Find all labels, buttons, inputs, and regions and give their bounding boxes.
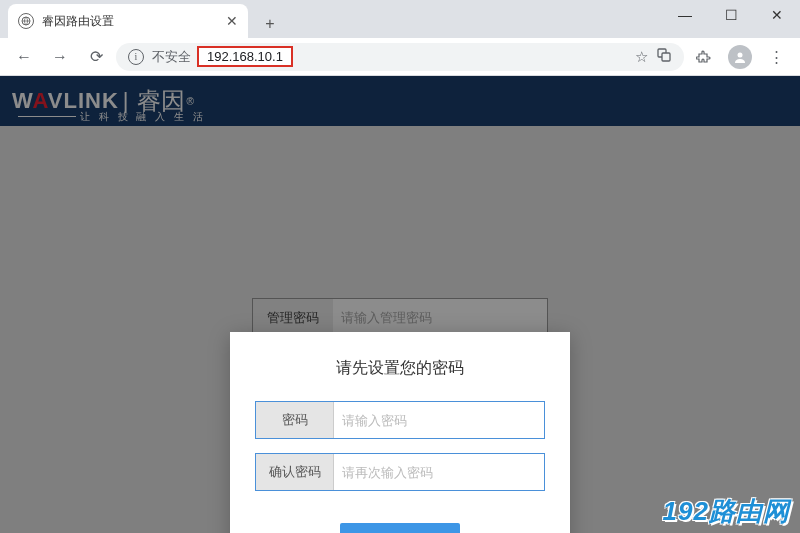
password-label: 密码 xyxy=(256,402,334,438)
close-window-button[interactable]: ✕ xyxy=(754,0,800,30)
tab-title: 睿因路由设置 xyxy=(42,13,218,30)
extensions-icon[interactable] xyxy=(688,41,720,73)
url-text: 192.168.10.1 xyxy=(197,46,293,67)
forward-button[interactable]: → xyxy=(44,41,76,73)
reload-button[interactable]: ⟳ xyxy=(80,41,112,73)
minimize-button[interactable]: — xyxy=(662,0,708,30)
window-controls: — ☐ ✕ xyxy=(662,0,800,30)
password-input[interactable] xyxy=(334,402,544,438)
back-button[interactable]: ← xyxy=(8,41,40,73)
browser-tab[interactable]: 睿因路由设置 ✕ xyxy=(8,4,248,38)
menu-icon[interactable]: ⋮ xyxy=(760,41,792,73)
tab-close-icon[interactable]: ✕ xyxy=(226,13,238,29)
address-bar: ← → ⟳ i 不安全 192.168.10.1 ☆ ⋮ xyxy=(0,38,800,76)
globe-icon xyxy=(18,13,34,29)
confirm-password-row: 确认密码 xyxy=(255,453,545,491)
omnibox[interactable]: i 不安全 192.168.10.1 ☆ xyxy=(116,43,684,71)
maximize-button[interactable]: ☐ xyxy=(708,0,754,30)
watermark: 192路由网 xyxy=(663,494,790,529)
page-viewport: WAVLINK | 睿因 ® 让 科 技 融 入 生 活 管理密码 请输入管理密… xyxy=(0,76,800,533)
password-row: 密码 xyxy=(255,401,545,439)
svg-rect-2 xyxy=(662,53,670,61)
new-tab-button[interactable]: + xyxy=(256,10,284,38)
modal-confirm-button[interactable]: 确认 xyxy=(340,523,460,533)
set-password-modal: 请先设置您的密码 密码 确认密码 确认 xyxy=(230,332,570,533)
confirm-password-input[interactable] xyxy=(334,454,544,490)
insecure-label: 不安全 xyxy=(152,48,191,66)
info-icon: i xyxy=(128,49,144,65)
confirm-password-label: 确认密码 xyxy=(256,454,334,490)
profile-avatar[interactable] xyxy=(724,41,756,73)
translate-icon[interactable] xyxy=(656,47,672,66)
modal-title: 请先设置您的密码 xyxy=(336,358,464,379)
bookmark-star-icon[interactable]: ☆ xyxy=(635,48,648,66)
svg-point-3 xyxy=(738,52,743,57)
